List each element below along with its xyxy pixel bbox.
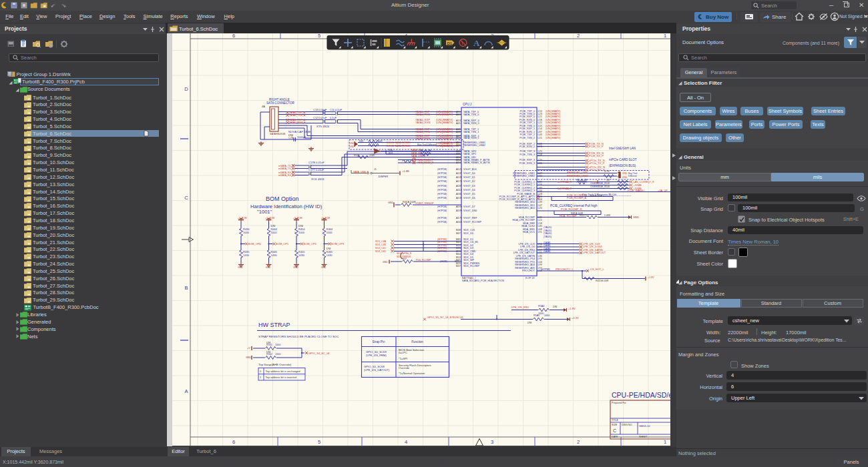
svg-text:A85: A85 (456, 153, 461, 155)
svg-text:RESERVED_A34: RESERVED_A34 (515, 264, 535, 266)
svg-text:(UNQBBATX): (UNQBBATX) (546, 137, 560, 139)
svg-text:PCIE_RXN_0: PCIE_RXN_0 (519, 119, 535, 121)
svg-text:0.1uF: 0.1uF (335, 108, 343, 111)
svg-text:SD3_C4B: SD3_C4B (375, 244, 387, 246)
svg-text:(H7P5B): (H7P5B) (437, 185, 447, 187)
svg-text:LPE_I2S_FRU: LPE_I2S_FRU (511, 306, 529, 309)
svg-text:LPE_I2S_DATOUT: LPE_I2S_DATOUT (583, 251, 606, 254)
svg-text:A179: A179 (456, 217, 462, 219)
svg-text:+V_BOM: +V_BOM (238, 217, 247, 219)
svg-text:1000: 1000 (544, 314, 550, 317)
svg-text:RESERVED_B51: RESERVED_B51 (515, 204, 535, 207)
svg-text:Bay Trail: Bay Trail (628, 172, 637, 175)
svg-text:RESERVED_P55: RESERVED_P55 (515, 261, 535, 264)
svg-text:GM05.10: GM05.10 (639, 424, 650, 428)
svg-text:LAN_CLKREQ#_R: LAN_CLKREQ#_R (634, 181, 654, 183)
svg-text:SDX_PWREN: SDX_PWREN (463, 262, 479, 265)
svg-text:RESERVED_A10: RESERVED_A10 (515, 207, 535, 209)
svg-text:VGGT_D6: VGGT_D6 (463, 197, 475, 199)
svg-text:A64: A64 (456, 156, 461, 159)
svg-text:Override: Override (399, 366, 410, 370)
svg-text:SDX_D4: SDX_D4 (463, 253, 473, 256)
svg-text:A13: A13 (456, 161, 461, 164)
svg-text:6: 6 (232, 439, 235, 445)
svg-text:VGGT_RCOMP: VGGT_RCOMP (463, 221, 481, 223)
svg-text:SDX_WP: SDX_WP (463, 259, 475, 262)
svg-text:DATE: DATE (612, 436, 618, 438)
svg-text:STRAP RESISTORS SHOULD BE PLAC: STRAP RESISTORS SHOULD BE PLACED CLOSE T… (258, 335, 339, 338)
svg-text:R5A4: R5A4 (538, 305, 544, 308)
svg-text:Function: Function (411, 340, 423, 344)
svg-text:L45: L45 (538, 225, 542, 227)
svg-text:PCIE_TXN_2: PCIE_TXN_2 (519, 137, 535, 139)
svg-text:SDX_D2: SDX_D2 (463, 244, 473, 247)
svg-text:A23: A23 (456, 137, 461, 139)
svg-text:L44: L44 (538, 261, 542, 264)
svg-text:PCIE_RCOMP_R: PCIE_RCOMP_R (561, 207, 582, 211)
svg-text:B49: B49 (389, 152, 393, 155)
svg-text:GND: GND (321, 266, 327, 269)
svg-text:GND: GND (266, 266, 271, 269)
svg-text:B77: B77 (455, 260, 459, 263)
svg-text:A24: A24 (456, 113, 461, 116)
svg-text:+V_BOM: +V_BOM (266, 217, 275, 219)
svg-text:(UNQBBATX): (UNQBBATX) (436, 121, 453, 124)
svg-text:SDX_D5: SDX_D5 (463, 256, 473, 259)
svg-text:C: C (613, 428, 616, 433)
svg-text:PCIE_RXP_3: PCIE_RXP_3 (519, 159, 535, 161)
svg-text:PCIE_WAKE#: PCIE_WAKE# (628, 189, 645, 192)
svg-text:PCIE_TXP_1: PCIE_TXP_1 (519, 121, 535, 124)
svg-text:(7AUD): (7AUD) (544, 232, 552, 235)
svg-text:(1A4B): (1A4B) (544, 248, 550, 250)
svg-text:L36: L36 (538, 255, 542, 258)
svg-text:220R: 220R (369, 154, 375, 157)
svg-text:(EXPANSION BUS): (EXPANSION BUS) (609, 164, 636, 167)
svg-text:L47: L47 (538, 204, 542, 207)
svg-text:1000: 1000 (275, 353, 280, 356)
svg-text:BOM_OP1: BOM_OP1 (276, 242, 289, 246)
svg-text:*1=SPI: *1=SPI (399, 357, 407, 360)
svg-text:B30: B30 (456, 247, 461, 250)
svg-text:(UNQBBATX): (UNQBBATX) (546, 133, 560, 136)
svg-text:2: 2 (577, 33, 580, 39)
svg-text:mPCIe CARD SLOT: mPCIe CARD SLOT (609, 158, 637, 161)
svg-text:(UNQBBATX): (UNQBBATX) (436, 113, 453, 116)
svg-text:SD3_WPB0_R: SD3_WPB0_R (397, 252, 412, 255)
svg-text:L55: L55 (538, 125, 542, 127)
svg-text:SATA_LED: SATA_LED (463, 156, 476, 159)
svg-text:PCIE_TXN_0: PCIE_TXN_0 (519, 113, 535, 115)
svg-text:SHEET: SHEET (639, 436, 648, 438)
svg-text:(7AUD): (7AUD) (544, 229, 552, 232)
svg-text:LPE_I2S_DATIN: LPE_I2S_DATIN (516, 255, 535, 258)
svg-text:L58: L58 (538, 119, 542, 121)
svg-text:Top address bit is unchanged: Top address bit is unchanged (266, 370, 300, 373)
svg-text:RESERVED_USB2: RESERVED_USB2 (463, 144, 485, 147)
svg-text:SATA_USB_E: SATA_USB_E (353, 171, 369, 173)
svg-text:PCIE_TXN_3: PCIE_TXN_3 (519, 153, 535, 156)
svg-text:Top address bit is inverted: Top address bit is inverted (266, 376, 296, 379)
svg-text:C12: C12 (313, 116, 318, 119)
svg-text:1430: 1430 (298, 254, 305, 257)
svg-text:OVERRIDE_R: OVERRIDE_R (590, 182, 606, 185)
svg-text:SDX_CD_B5: SDX_CD_B5 (463, 241, 478, 244)
svg-text:TITLE: TITLE (612, 419, 619, 422)
svg-text:DNI: DNI (298, 224, 303, 227)
svg-text:L87: L87 (538, 131, 542, 133)
svg-text:A139: A139 (456, 176, 462, 179)
svg-text:4: 4 (405, 439, 407, 445)
svg-text:VGGT_D4: VGGT_D4 (463, 189, 475, 191)
svg-text:SDX_D3: SDX_D3 (463, 247, 473, 250)
svg-text:(UNQBBATX): (UNQBBATX) (546, 121, 560, 124)
svg-text:SATA_SPI: SATA_SPI (411, 149, 422, 151)
svg-text:LPE_I2S_D0: LPE_I2S_D0 (520, 246, 535, 248)
svg-text:VGGT_D3: VGGT_D3 (463, 185, 475, 187)
svg-text:(LPE_I2S_FRM): (LPE_I2S_FRM) (366, 354, 387, 357)
svg-text:0.01uF: 0.01uF (318, 108, 327, 111)
svg-text:(H7P5B): (H7P5B) (437, 172, 447, 175)
svg-text:HDA_CLK2: HDA_CLK2 (521, 225, 535, 227)
svg-text:R0R A 100R: R0R A 100R (590, 195, 603, 197)
svg-text:L83: L83 (538, 187, 542, 189)
svg-text:C13: C13 (313, 108, 318, 111)
svg-text:A96: A96 (456, 141, 461, 144)
svg-text:+V: +V (247, 347, 250, 350)
